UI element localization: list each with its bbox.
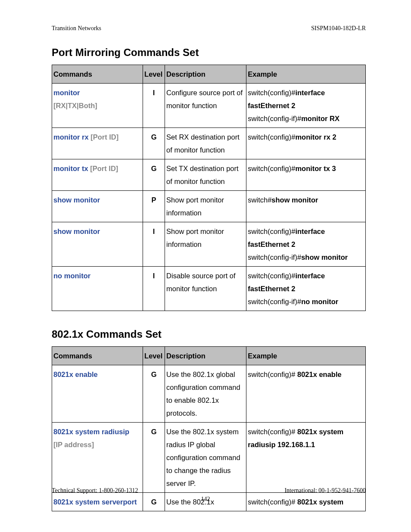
column-header: Example xyxy=(246,347,366,365)
command-cell: 8021x system radiusip[IP address] xyxy=(52,423,143,493)
column-header: Example xyxy=(246,65,366,84)
command-cell: no monitor xyxy=(52,267,143,311)
description-cell: Configure source port of monitor functio… xyxy=(165,84,246,128)
section-title: Port Mirroring Commands Set xyxy=(52,47,366,59)
description-cell: Set RX destination port of monitor funct… xyxy=(165,128,246,159)
commands-table: CommandsLevelDescriptionExamplemonitor[R… xyxy=(52,65,366,311)
description-cell: Set TX destination port of monitor funct… xyxy=(165,159,246,191)
page-header: Transition Networks SISPM1040-182D-LR xyxy=(52,25,366,32)
page-footer: Technical Support: 1-800-260-1312 Intern… xyxy=(52,487,366,494)
column-header: Level xyxy=(143,65,165,84)
example-cell: switch(config)#interface fastEthernet 2s… xyxy=(246,267,366,311)
description-cell: Disable source port of monitor function xyxy=(165,267,246,311)
header-left: Transition Networks xyxy=(52,25,101,32)
description-cell: Use the 802.1x system radius IP global c… xyxy=(165,423,246,493)
command-cell: show monitor xyxy=(52,222,143,267)
column-header: Level xyxy=(143,347,165,365)
level-cell: G xyxy=(143,159,165,191)
table-row: no monitorIDisable source port of monito… xyxy=(52,267,366,311)
example-cell: switch#show monitor xyxy=(246,191,366,222)
command-cell: monitor rx [Port ID] xyxy=(52,128,143,159)
example-cell: switch(config)#monitor rx 2 xyxy=(246,128,366,159)
footer-left: Technical Support: 1-800-260-1312 xyxy=(52,487,138,494)
page-number: 142 xyxy=(0,496,411,503)
level-cell: G xyxy=(143,365,165,423)
footer-right: International: 00-1-952-941-7600 xyxy=(284,487,366,494)
description-cell: Show port monitor information xyxy=(165,191,246,222)
example-cell: switch(config)#interface fastEthernet 2s… xyxy=(246,222,366,267)
level-cell: I xyxy=(143,222,165,267)
level-cell: G xyxy=(143,423,165,493)
example-cell: switch(config)#monitor tx 3 xyxy=(246,159,366,191)
column-header: Description xyxy=(165,347,246,365)
command-cell: 8021x enable xyxy=(52,365,143,423)
level-cell: I xyxy=(143,267,165,311)
commands-table: CommandsLevelDescriptionExample8021x ena… xyxy=(52,346,366,511)
level-cell: G xyxy=(143,128,165,159)
table-row: 8021x system radiusip[IP address]GUse th… xyxy=(52,423,366,493)
table-row: show monitorPShow port monitor informati… xyxy=(52,191,366,222)
table-row: monitor tx [Port ID]GSet TX destination … xyxy=(52,159,366,191)
table-row: 8021x enableGUse the 802.1x global confi… xyxy=(52,365,366,423)
command-cell: monitor[RX|TX|Both] xyxy=(52,84,143,128)
column-header: Commands xyxy=(52,347,143,365)
table-row: show monitorIShow port monitor informati… xyxy=(52,222,366,267)
header-right: SISPM1040-182D-LR xyxy=(311,25,366,32)
level-cell: I xyxy=(143,84,165,128)
example-cell: switch(config)# 8021x enable xyxy=(246,365,366,423)
command-cell: monitor tx [Port ID] xyxy=(52,159,143,191)
table-row: monitor rx [Port ID]GSet RX destination … xyxy=(52,128,366,159)
table-row: monitor[RX|TX|Both]IConfigure source por… xyxy=(52,84,366,128)
document-page: Transition Networks SISPM1040-182D-LR Po… xyxy=(0,0,411,532)
example-cell: switch(config)# 8021x system radiusip 19… xyxy=(246,423,366,493)
section-title: 802.1x Commands Set xyxy=(52,328,366,340)
description-cell: Use the 802.1x global configuration comm… xyxy=(165,365,246,423)
command-cell: show monitor xyxy=(52,191,143,222)
description-cell: Show port monitor information xyxy=(165,222,246,267)
column-header: Description xyxy=(165,65,246,84)
column-header: Commands xyxy=(52,65,143,84)
level-cell: P xyxy=(143,191,165,222)
example-cell: switch(config)#interface fastEthernet 2s… xyxy=(246,84,366,128)
